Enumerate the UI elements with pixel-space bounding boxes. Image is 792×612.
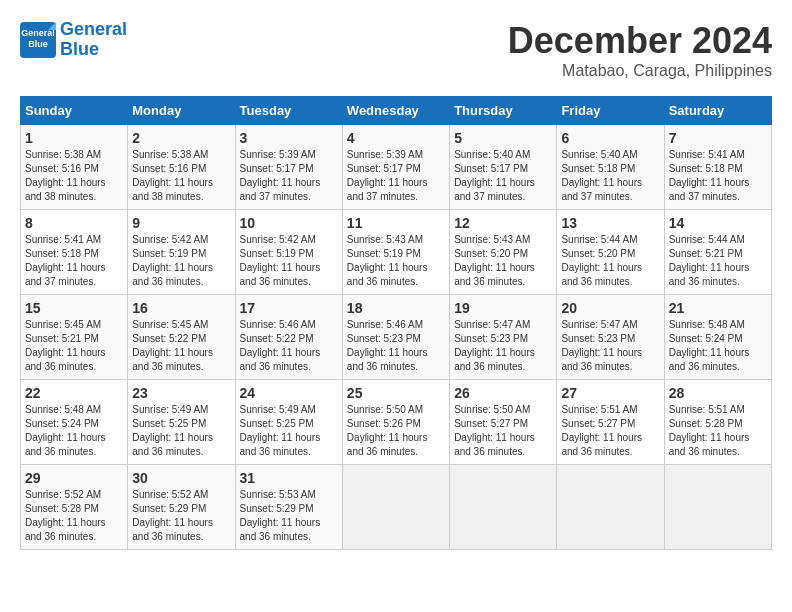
day-number: 3: [240, 130, 338, 146]
day-info: Sunrise: 5:52 AMSunset: 5:28 PMDaylight:…: [25, 488, 123, 544]
day-number: 1: [25, 130, 123, 146]
day-info: Sunrise: 5:40 AMSunset: 5:18 PMDaylight:…: [561, 148, 659, 204]
day-info: Sunrise: 5:40 AMSunset: 5:17 PMDaylight:…: [454, 148, 552, 204]
day-info: Sunrise: 5:50 AMSunset: 5:27 PMDaylight:…: [454, 403, 552, 459]
logo-line2: Blue: [60, 39, 99, 59]
day-number: 13: [561, 215, 659, 231]
logo: General Blue General Blue: [20, 20, 127, 60]
column-header-saturday: Saturday: [664, 97, 771, 125]
calendar-cell: 26Sunrise: 5:50 AMSunset: 5:27 PMDayligh…: [450, 380, 557, 465]
calendar-cell: 1Sunrise: 5:38 AMSunset: 5:16 PMDaylight…: [21, 125, 128, 210]
day-info: Sunrise: 5:44 AMSunset: 5:20 PMDaylight:…: [561, 233, 659, 289]
day-info: Sunrise: 5:46 AMSunset: 5:22 PMDaylight:…: [240, 318, 338, 374]
day-number: 25: [347, 385, 445, 401]
day-number: 14: [669, 215, 767, 231]
calendar-cell: 8Sunrise: 5:41 AMSunset: 5:18 PMDaylight…: [21, 210, 128, 295]
calendar-cell: 27Sunrise: 5:51 AMSunset: 5:27 PMDayligh…: [557, 380, 664, 465]
calendar-cell: 2Sunrise: 5:38 AMSunset: 5:16 PMDaylight…: [128, 125, 235, 210]
day-info: Sunrise: 5:42 AMSunset: 5:19 PMDaylight:…: [240, 233, 338, 289]
calendar-cell: 22Sunrise: 5:48 AMSunset: 5:24 PMDayligh…: [21, 380, 128, 465]
day-number: 9: [132, 215, 230, 231]
day-number: 5: [454, 130, 552, 146]
calendar-header: SundayMondayTuesdayWednesdayThursdayFrid…: [21, 97, 772, 125]
day-number: 29: [25, 470, 123, 486]
day-number: 16: [132, 300, 230, 316]
calendar-body: 1Sunrise: 5:38 AMSunset: 5:16 PMDaylight…: [21, 125, 772, 550]
calendar-cell: 7Sunrise: 5:41 AMSunset: 5:18 PMDaylight…: [664, 125, 771, 210]
day-number: 7: [669, 130, 767, 146]
calendar-cell: 5Sunrise: 5:40 AMSunset: 5:17 PMDaylight…: [450, 125, 557, 210]
calendar-cell: 4Sunrise: 5:39 AMSunset: 5:17 PMDaylight…: [342, 125, 449, 210]
column-header-wednesday: Wednesday: [342, 97, 449, 125]
column-header-monday: Monday: [128, 97, 235, 125]
day-info: Sunrise: 5:45 AMSunset: 5:22 PMDaylight:…: [132, 318, 230, 374]
day-info: Sunrise: 5:51 AMSunset: 5:28 PMDaylight:…: [669, 403, 767, 459]
calendar-cell: 21Sunrise: 5:48 AMSunset: 5:24 PMDayligh…: [664, 295, 771, 380]
week-row: 1Sunrise: 5:38 AMSunset: 5:16 PMDaylight…: [21, 125, 772, 210]
column-header-friday: Friday: [557, 97, 664, 125]
day-number: 19: [454, 300, 552, 316]
day-info: Sunrise: 5:51 AMSunset: 5:27 PMDaylight:…: [561, 403, 659, 459]
page-header: General Blue General Blue December 2024 …: [20, 20, 772, 80]
calendar-table: SundayMondayTuesdayWednesdayThursdayFrid…: [20, 96, 772, 550]
calendar-cell: [342, 465, 449, 550]
svg-text:Blue: Blue: [28, 39, 48, 49]
day-info: Sunrise: 5:46 AMSunset: 5:23 PMDaylight:…: [347, 318, 445, 374]
calendar-cell: 19Sunrise: 5:47 AMSunset: 5:23 PMDayligh…: [450, 295, 557, 380]
location-subtitle: Matabao, Caraga, Philippines: [508, 62, 772, 80]
day-number: 8: [25, 215, 123, 231]
day-number: 24: [240, 385, 338, 401]
day-info: Sunrise: 5:42 AMSunset: 5:19 PMDaylight:…: [132, 233, 230, 289]
day-number: 23: [132, 385, 230, 401]
day-info: Sunrise: 5:44 AMSunset: 5:21 PMDaylight:…: [669, 233, 767, 289]
day-info: Sunrise: 5:41 AMSunset: 5:18 PMDaylight:…: [25, 233, 123, 289]
calendar-cell: 24Sunrise: 5:49 AMSunset: 5:25 PMDayligh…: [235, 380, 342, 465]
day-number: 15: [25, 300, 123, 316]
day-info: Sunrise: 5:49 AMSunset: 5:25 PMDaylight:…: [240, 403, 338, 459]
calendar-cell: 12Sunrise: 5:43 AMSunset: 5:20 PMDayligh…: [450, 210, 557, 295]
column-header-thursday: Thursday: [450, 97, 557, 125]
day-number: 26: [454, 385, 552, 401]
day-number: 18: [347, 300, 445, 316]
day-number: 10: [240, 215, 338, 231]
day-number: 20: [561, 300, 659, 316]
calendar-cell: 31Sunrise: 5:53 AMSunset: 5:29 PMDayligh…: [235, 465, 342, 550]
calendar-cell: 18Sunrise: 5:46 AMSunset: 5:23 PMDayligh…: [342, 295, 449, 380]
calendar-cell: [557, 465, 664, 550]
day-info: Sunrise: 5:38 AMSunset: 5:16 PMDaylight:…: [132, 148, 230, 204]
column-header-tuesday: Tuesday: [235, 97, 342, 125]
day-number: 27: [561, 385, 659, 401]
calendar-cell: 11Sunrise: 5:43 AMSunset: 5:19 PMDayligh…: [342, 210, 449, 295]
logo-icon: General Blue: [20, 22, 56, 58]
column-header-sunday: Sunday: [21, 97, 128, 125]
day-number: 4: [347, 130, 445, 146]
week-row: 22Sunrise: 5:48 AMSunset: 5:24 PMDayligh…: [21, 380, 772, 465]
calendar-cell: 23Sunrise: 5:49 AMSunset: 5:25 PMDayligh…: [128, 380, 235, 465]
day-number: 11: [347, 215, 445, 231]
day-info: Sunrise: 5:39 AMSunset: 5:17 PMDaylight:…: [347, 148, 445, 204]
month-year-title: December 2024: [508, 20, 772, 62]
calendar-cell: 30Sunrise: 5:52 AMSunset: 5:29 PMDayligh…: [128, 465, 235, 550]
day-info: Sunrise: 5:39 AMSunset: 5:17 PMDaylight:…: [240, 148, 338, 204]
calendar-cell: 25Sunrise: 5:50 AMSunset: 5:26 PMDayligh…: [342, 380, 449, 465]
day-info: Sunrise: 5:52 AMSunset: 5:29 PMDaylight:…: [132, 488, 230, 544]
calendar-cell: 14Sunrise: 5:44 AMSunset: 5:21 PMDayligh…: [664, 210, 771, 295]
calendar-cell: [450, 465, 557, 550]
calendar-cell: 10Sunrise: 5:42 AMSunset: 5:19 PMDayligh…: [235, 210, 342, 295]
calendar-cell: 3Sunrise: 5:39 AMSunset: 5:17 PMDaylight…: [235, 125, 342, 210]
calendar-cell: 13Sunrise: 5:44 AMSunset: 5:20 PMDayligh…: [557, 210, 664, 295]
week-row: 29Sunrise: 5:52 AMSunset: 5:28 PMDayligh…: [21, 465, 772, 550]
day-info: Sunrise: 5:49 AMSunset: 5:25 PMDaylight:…: [132, 403, 230, 459]
calendar-cell: 29Sunrise: 5:52 AMSunset: 5:28 PMDayligh…: [21, 465, 128, 550]
week-row: 8Sunrise: 5:41 AMSunset: 5:18 PMDaylight…: [21, 210, 772, 295]
day-info: Sunrise: 5:50 AMSunset: 5:26 PMDaylight:…: [347, 403, 445, 459]
day-info: Sunrise: 5:38 AMSunset: 5:16 PMDaylight:…: [25, 148, 123, 204]
day-info: Sunrise: 5:41 AMSunset: 5:18 PMDaylight:…: [669, 148, 767, 204]
calendar-cell: 15Sunrise: 5:45 AMSunset: 5:21 PMDayligh…: [21, 295, 128, 380]
calendar-cell: 28Sunrise: 5:51 AMSunset: 5:28 PMDayligh…: [664, 380, 771, 465]
day-number: 31: [240, 470, 338, 486]
day-info: Sunrise: 5:45 AMSunset: 5:21 PMDaylight:…: [25, 318, 123, 374]
day-number: 21: [669, 300, 767, 316]
calendar-cell: 16Sunrise: 5:45 AMSunset: 5:22 PMDayligh…: [128, 295, 235, 380]
header-row: SundayMondayTuesdayWednesdayThursdayFrid…: [21, 97, 772, 125]
